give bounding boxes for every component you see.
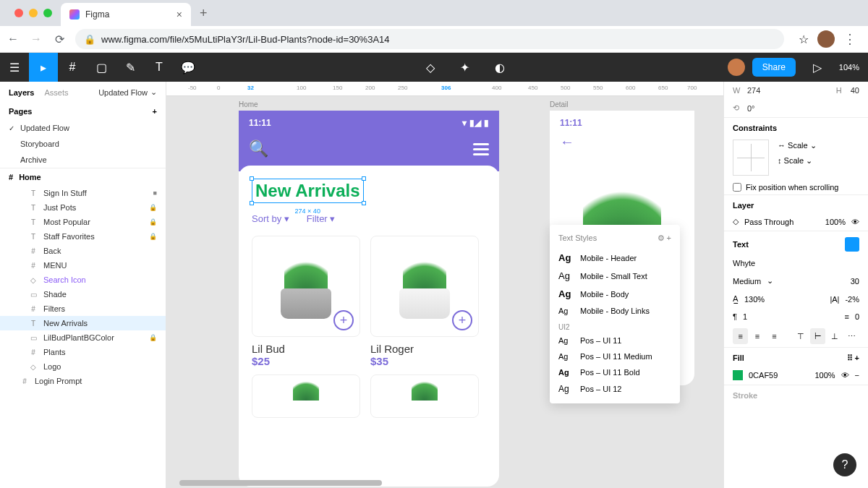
- remove-fill[interactable]: −: [855, 371, 859, 380]
- back-button[interactable]: ←: [6, 33, 20, 46]
- v-constraint[interactable]: Scale: [784, 156, 804, 165]
- layers-tab[interactable]: Layers: [9, 88, 34, 97]
- new-tab-button[interactable]: +: [191, 6, 216, 21]
- line-height[interactable]: 130%: [744, 295, 765, 304]
- align-center[interactable]: ≡: [749, 328, 765, 344]
- layer-item[interactable]: ▭Shade: [0, 287, 166, 301]
- lock-icon[interactable]: 🔒: [149, 334, 157, 341]
- add-style-button[interactable]: +: [667, 234, 671, 242]
- minimize-window[interactable]: [29, 9, 38, 17]
- browser-tab[interactable]: Figma ×: [61, 3, 191, 26]
- heading-new-arrivals[interactable]: New Arrivals: [252, 179, 364, 203]
- fill-style-icon[interactable]: ⠿: [847, 354, 853, 362]
- layer-item-selected[interactable]: TNew Arrivals: [0, 316, 166, 330]
- url-field[interactable]: 🔒 www.figma.com/file/x5MuLtiPlaY3r/Lil-B…: [75, 29, 784, 49]
- text-style-item[interactable]: AgPos – UI 12: [550, 380, 680, 398]
- align-bottom[interactable]: ⊥: [827, 328, 842, 344]
- h-constraint[interactable]: Scale: [788, 141, 808, 150]
- page-updated-flow[interactable]: Updated Flow: [0, 120, 166, 136]
- shape-tool[interactable]: ▢: [87, 53, 116, 82]
- frame-label-detail[interactable]: Detail: [550, 100, 569, 108]
- text-style-item[interactable]: AgMobile - Body Links: [550, 303, 680, 319]
- layer-item[interactable]: ◇Search Icon: [0, 273, 166, 287]
- page-archive[interactable]: Archive: [0, 152, 166, 168]
- paragraph-spacing[interactable]: 1: [743, 312, 747, 321]
- layer-item[interactable]: TStaff Favorites🔒: [0, 229, 166, 244]
- font-family[interactable]: Whyte: [733, 259, 755, 267]
- add-page-button[interactable]: +: [153, 107, 157, 116]
- share-button[interactable]: Share: [752, 58, 796, 77]
- font-size[interactable]: 30: [851, 277, 859, 286]
- page-storyboard[interactable]: Storyboard: [0, 136, 166, 152]
- lock-icon[interactable]: 🔒: [149, 233, 157, 240]
- more-options[interactable]: ⋯: [844, 328, 859, 344]
- add-fill-button[interactable]: +: [855, 354, 859, 362]
- layer-item[interactable]: TMost Popular🔒: [0, 215, 166, 229]
- user-avatar[interactable]: [728, 59, 745, 76]
- rotation-input[interactable]: 0°: [747, 104, 755, 113]
- align-top[interactable]: ⊤: [793, 328, 809, 344]
- main-menu-button[interactable]: ☰: [0, 53, 29, 82]
- frame-label-home[interactable]: Home: [239, 100, 258, 108]
- frame-home-layer[interactable]: #Home: [0, 168, 166, 186]
- profile-avatar[interactable]: [817, 30, 835, 48]
- forward-button[interactable]: →: [29, 33, 43, 46]
- close-tab-icon[interactable]: ×: [176, 9, 182, 20]
- layer-item[interactable]: ▭LilBudPlantBGColor🔒: [0, 330, 166, 345]
- lock-icon[interactable]: ■: [153, 189, 157, 197]
- eye-icon[interactable]: 👁: [851, 218, 859, 226]
- fill-opacity[interactable]: 100%: [814, 371, 835, 380]
- lock-icon[interactable]: 🔒: [149, 204, 157, 211]
- layer-item[interactable]: TSign In Stuff■: [0, 186, 166, 200]
- blend-mode[interactable]: Pass Through: [744, 218, 793, 226]
- align-left[interactable]: ≡: [733, 328, 748, 344]
- text-style-item[interactable]: AgMobile - Small Text: [550, 267, 680, 285]
- paragraph-indent[interactable]: 0: [855, 312, 859, 321]
- component-tool[interactable]: ◇: [416, 53, 445, 82]
- fill-hex[interactable]: 0CAF59: [749, 371, 778, 380]
- align-right[interactable]: ≡: [767, 328, 782, 344]
- text-tool[interactable]: T: [145, 53, 174, 82]
- layer-item[interactable]: #MENU: [0, 258, 166, 273]
- boolean-tool[interactable]: ◐: [485, 53, 514, 82]
- align-middle[interactable]: ⊢: [810, 328, 825, 344]
- constraint-widget[interactable]: [733, 140, 769, 176]
- comment-tool[interactable]: 💬: [174, 53, 203, 82]
- layer-item[interactable]: #Back: [0, 244, 166, 258]
- canvas[interactable]: -50 0 32 100 150 200 250 306 400 450 500…: [166, 82, 723, 488]
- layer-item[interactable]: TJust Pots🔒: [0, 200, 166, 215]
- text-style-item[interactable]: AgMobile - Header: [550, 249, 680, 267]
- present-button[interactable]: ▷: [803, 53, 832, 82]
- text-style-item[interactable]: AgPos – UI 11 Bold: [550, 364, 680, 380]
- text-style-item[interactable]: AgPos – UI 11: [550, 333, 680, 348]
- fix-position-checkbox[interactable]: [733, 183, 741, 192]
- settings-icon[interactable]: ⚙: [658, 234, 665, 242]
- text-style-item[interactable]: AgMobile - Body: [550, 285, 680, 303]
- assets-tab[interactable]: Assets: [44, 88, 68, 97]
- layer-opacity[interactable]: 100%: [825, 218, 846, 226]
- letter-spacing[interactable]: -2%: [845, 295, 859, 304]
- browser-menu-icon[interactable]: ⋮: [843, 31, 856, 47]
- frame-home[interactable]: 11:11 ▾▮◢▮ 🔍 New Arrivals 274 × 40: [239, 111, 499, 487]
- mask-tool[interactable]: ✦: [451, 53, 480, 82]
- help-button[interactable]: ?: [833, 453, 856, 476]
- pen-tool[interactable]: ✎: [116, 53, 145, 82]
- layer-item[interactable]: #Plants: [0, 345, 166, 359]
- lock-icon[interactable]: 🔒: [149, 218, 157, 226]
- layer-login-prompt[interactable]: #Login Prompt: [0, 374, 166, 388]
- width-input[interactable]: 274: [747, 86, 760, 95]
- text-style-item[interactable]: AgPos – UI 11 Medium: [550, 348, 680, 364]
- move-tool[interactable]: ▸: [29, 53, 58, 82]
- height-input[interactable]: 40: [851, 86, 859, 95]
- layer-item[interactable]: ◇Logo: [0, 359, 166, 374]
- layer-item[interactable]: #Filters: [0, 301, 166, 316]
- maximize-window[interactable]: [43, 9, 52, 17]
- reload-button[interactable]: ⟳: [52, 33, 67, 46]
- text-style-button[interactable]: [845, 237, 859, 252]
- page-selector[interactable]: Updated Flow ⌄: [98, 87, 157, 97]
- star-icon[interactable]: ☆: [799, 33, 809, 46]
- zoom-level[interactable]: 104%: [839, 63, 859, 72]
- close-window[interactable]: [14, 9, 23, 17]
- eye-icon[interactable]: 👁: [841, 371, 849, 380]
- horizontal-scrollbar[interactable]: [179, 480, 382, 486]
